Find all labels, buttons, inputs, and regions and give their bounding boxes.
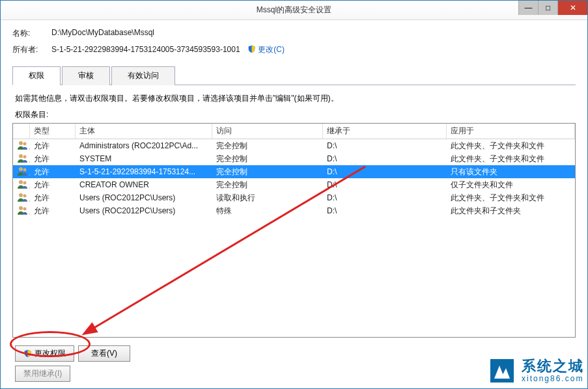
table-row[interactable]: 允许S-1-5-21-2922983994-1753124...完全控制D:\只… xyxy=(13,165,575,178)
cell-inherit: D:\ xyxy=(323,154,447,163)
minimize-button[interactable]: — xyxy=(518,1,538,15)
owner-label: 所有者: xyxy=(12,44,51,55)
table-row[interactable]: 允许CREATOR OWNER完全控制D:\仅子文件夹和文件 xyxy=(13,178,575,191)
owner-row: 所有者: S-1-5-21-2922983994-1753124005-3734… xyxy=(12,44,576,55)
svg-point-11 xyxy=(23,207,27,210)
people-icon xyxy=(13,141,30,152)
cell-inherit: D:\ xyxy=(323,180,447,189)
svg-rect-13 xyxy=(490,359,514,382)
cell-inherit: D:\ xyxy=(323,167,447,176)
owner-sid: S-1-5-21-2922983994-1753124005-373459359… xyxy=(51,45,240,54)
svg-point-6 xyxy=(19,180,23,184)
cell-inherit: D:\ xyxy=(323,141,447,150)
col-icon[interactable] xyxy=(13,124,30,139)
cell-apply: 此文件夹、子文件夹和文件 xyxy=(447,193,575,204)
svg-point-4 xyxy=(19,167,23,171)
window-title: Mssql的高级安全设置 xyxy=(1,5,587,16)
cell-access: 读取和执行 xyxy=(212,193,323,204)
cell-access: 完全控制 xyxy=(212,154,323,165)
watermark-line2: xitong86.com xyxy=(522,375,584,384)
cell-principal: Administrators (ROC2012PC\Ad... xyxy=(76,141,212,150)
svg-point-7 xyxy=(23,181,27,184)
tab-effective[interactable]: 有效访问 xyxy=(111,66,175,85)
people-icon xyxy=(13,154,30,165)
svg-point-3 xyxy=(23,155,27,158)
col-principal[interactable]: 主体 xyxy=(76,124,212,139)
cell-apply: 只有该文件夹 xyxy=(447,167,575,178)
svg-point-0 xyxy=(19,141,23,145)
col-access[interactable]: 访问 xyxy=(212,124,323,139)
cell-inherit: D:\ xyxy=(323,193,447,202)
list-header: 类型 主体 访问 继承于 应用于 xyxy=(13,124,575,139)
cell-principal: Users (ROC2012PC\Users) xyxy=(76,206,212,215)
people-icon xyxy=(13,193,30,204)
cell-access: 完全控制 xyxy=(212,167,323,178)
table-row[interactable]: 允许Users (ROC2012PC\Users)特殊D:\此文件夹和子文件夹 xyxy=(13,204,575,217)
titlebar: Mssql的高级安全设置 — □ ✕ xyxy=(1,1,587,20)
cell-principal: S-1-5-21-2922983994-1753124... xyxy=(76,167,212,176)
people-icon xyxy=(13,167,30,178)
tab-auditing[interactable]: 审核 xyxy=(62,66,110,85)
name-value: D:\MyDoc\MyDatabase\Mssql xyxy=(51,28,576,39)
cell-access: 特殊 xyxy=(212,206,323,217)
cell-type: 允许 xyxy=(30,167,76,178)
hint-text: 如需其他信息，请双击权限项目。若要修改权限项目，请选择该项目并单击"编辑"(如果… xyxy=(12,85,576,109)
cell-type: 允许 xyxy=(30,206,76,217)
col-type[interactable]: 类型 xyxy=(30,124,76,139)
people-icon xyxy=(13,206,30,217)
cell-principal: Users (ROC2012PC\Users) xyxy=(76,193,212,202)
change-permissions-button[interactable]: 更改权限 xyxy=(15,345,74,362)
tab-strip: 权限 审核 有效访问 xyxy=(12,66,576,85)
change-owner-link[interactable]: 更改(C) xyxy=(247,45,285,54)
watermark: 系统之城 xitong86.com xyxy=(488,356,584,385)
cell-type: 允许 xyxy=(30,193,76,204)
cell-type: 允许 xyxy=(30,141,76,152)
cell-access: 完全控制 xyxy=(212,141,323,152)
svg-point-5 xyxy=(23,168,27,171)
watermark-icon xyxy=(488,356,516,385)
svg-point-8 xyxy=(19,193,23,197)
shield-icon xyxy=(23,349,32,358)
svg-point-1 xyxy=(23,142,27,145)
cell-access: 完全控制 xyxy=(212,180,323,191)
window-body: 名称: D:\MyDoc\MyDatabase\Mssql 所有者: S-1-5… xyxy=(1,20,587,388)
cell-inherit: D:\ xyxy=(323,206,447,215)
cell-principal: CREATOR OWNER xyxy=(76,180,212,189)
table-row[interactable]: 允许SYSTEM完全控制D:\此文件夹、子文件夹和文件 xyxy=(13,152,575,165)
name-row: 名称: D:\MyDoc\MyDatabase\Mssql xyxy=(12,28,576,39)
col-inherit[interactable]: 继承于 xyxy=(323,124,447,139)
tab-permissions[interactable]: 权限 xyxy=(12,66,61,85)
cell-apply: 此文件夹、子文件夹和文件 xyxy=(447,141,575,152)
shield-icon xyxy=(247,45,256,53)
permissions-list: 类型 主体 访问 继承于 应用于 允许Administrators (ROC20… xyxy=(12,123,576,338)
cell-type: 允许 xyxy=(30,180,76,191)
cell-principal: SYSTEM xyxy=(76,154,212,163)
watermark-line1: 系统之城 xyxy=(522,358,584,374)
change-owner-text: 更改(C) xyxy=(258,45,285,54)
owner-value: S-1-5-21-2922983994-1753124005-373459359… xyxy=(51,44,576,55)
svg-point-2 xyxy=(19,154,23,158)
advanced-security-window: Mssql的高级安全设置 — □ ✕ 名称: D:\MyDoc\MyDataba… xyxy=(0,0,588,389)
cell-type: 允许 xyxy=(30,154,76,165)
cell-apply: 此文件夹、子文件夹和文件 xyxy=(447,154,575,165)
people-icon xyxy=(13,180,30,191)
cell-apply: 此文件夹和子文件夹 xyxy=(447,206,575,217)
name-label: 名称: xyxy=(12,28,51,39)
disable-inheritance-button[interactable]: 禁用继承(I) xyxy=(15,366,70,382)
watermark-text: 系统之城 xitong86.com xyxy=(522,358,584,383)
col-apply[interactable]: 应用于 xyxy=(447,124,575,139)
list-body[interactable]: 允许Administrators (ROC2012PC\Ad...完全控制D:\… xyxy=(13,139,575,337)
svg-point-10 xyxy=(19,206,23,210)
close-button[interactable]: ✕ xyxy=(557,1,587,15)
table-row[interactable]: 允许Users (ROC2012PC\Users)读取和执行D:\此文件夹、子文… xyxy=(13,191,575,204)
list-label: 权限条目: xyxy=(12,109,576,123)
view-button[interactable]: 查看(V) xyxy=(78,345,130,362)
maximize-button[interactable]: □ xyxy=(538,1,557,15)
window-controls: — □ ✕ xyxy=(518,1,587,15)
table-row[interactable]: 允许Administrators (ROC2012PC\Ad...完全控制D:\… xyxy=(13,139,575,152)
svg-point-9 xyxy=(23,194,27,197)
change-perm-label: 更改权限 xyxy=(35,348,66,359)
cell-apply: 仅子文件夹和文件 xyxy=(447,180,575,191)
